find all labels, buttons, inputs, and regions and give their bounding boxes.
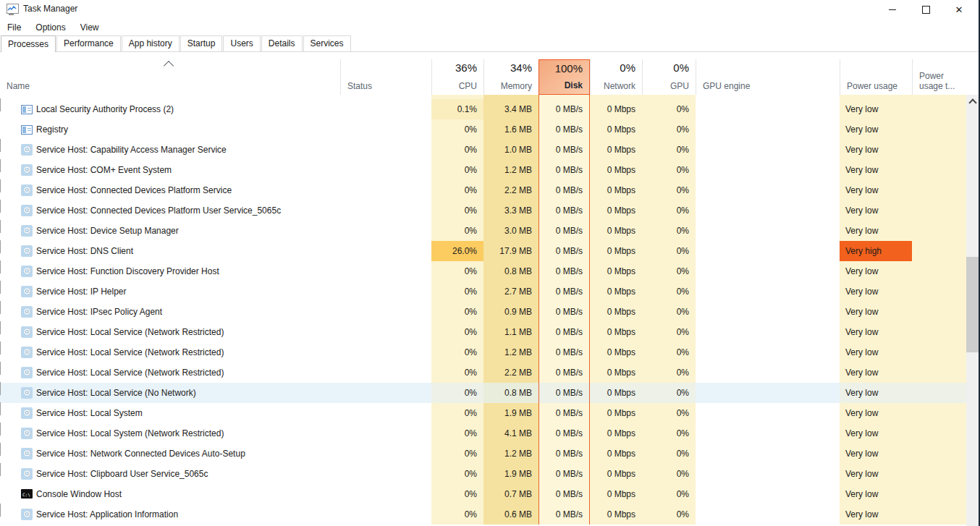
process-row[interactable]: Local Security Authority Process (2) 0.1… [0, 99, 966, 119]
tab-app-history[interactable]: App history [122, 35, 179, 51]
expand-chevron-icon[interactable] [0, 301, 1, 314]
cpu-value: 0% [431, 383, 483, 403]
disk-value: 0 MB/s [538, 200, 590, 221]
gear-icon: ⚙ [21, 144, 33, 156]
column-header-memory[interactable]: 34% Memory [483, 59, 538, 95]
tab-performance[interactable]: Performance [56, 35, 121, 51]
process-row[interactable]: C:\ Console Window Host 0% 0.7 MB 0 MB/s… [0, 484, 966, 504]
expand-chevron-icon[interactable] [0, 504, 1, 517]
minimize-button[interactable] [876, 0, 909, 19]
menu-options[interactable]: Options [28, 21, 72, 34]
process-row[interactable]: ⚙ Service Host: Clipboard User Service_5… [0, 464, 966, 484]
expand-chevron-icon[interactable] [0, 443, 1, 456]
expand-chevron-icon[interactable] [0, 179, 1, 192]
process-row[interactable]: ⚙ Service Host: Connected Devices Platfo… [0, 180, 966, 200]
vertical-scrollbar[interactable] [966, 95, 979, 526]
close-button[interactable]: ✕ [942, 0, 976, 19]
column-header-cpu[interactable]: 36% CPU [431, 59, 483, 95]
column-header-name[interactable]: Name [0, 59, 340, 95]
maximize-button[interactable] [909, 0, 942, 19]
column-header-gpu-engine[interactable]: GPU engine [696, 59, 840, 95]
power-usage-value: Very low [840, 119, 912, 140]
power-usage-trend-value [912, 322, 966, 342]
memory-value: 3.4 MB [483, 99, 538, 119]
expand-chevron-icon[interactable] [0, 321, 1, 334]
column-header-network[interactable]: 0% Network [590, 59, 642, 95]
menu-file[interactable]: File [0, 21, 28, 34]
process-row[interactable]: ⚙ Service Host: Local Service (Network R… [0, 322, 966, 342]
process-row[interactable]: Registry 0% 1.6 MB 0 MB/s 0 Mbps 0% Very… [0, 119, 966, 140]
menu-view[interactable]: View [73, 21, 106, 34]
process-row[interactable]: ⚙ Service Host: Connected Devices Platfo… [0, 200, 966, 221]
column-label: Power usage t... [919, 71, 966, 91]
column-header-status[interactable]: Status [340, 59, 431, 95]
tab-services[interactable]: Services [303, 35, 351, 51]
tab-users[interactable]: Users [223, 35, 260, 51]
disk-value: 0 MB/s [538, 444, 590, 464]
expand-chevron-icon[interactable] [0, 402, 1, 415]
power-usage-trend-value [912, 261, 966, 281]
process-row[interactable]: ⚙ Service Host: Function Discovery Provi… [0, 261, 966, 281]
gpu-value: 0% [642, 423, 696, 444]
power-usage-value: Very low [840, 160, 912, 180]
scrollbar-up-arrow-icon[interactable] [966, 95, 979, 107]
process-row[interactable]: ⚙ Service Host: IPsec Policy Agent 0% 0.… [0, 302, 966, 322]
power-usage-value: Very low [840, 383, 912, 403]
network-value: 0 Mbps [590, 444, 642, 464]
disk-value: 0 MB/s [538, 464, 590, 484]
tab-startup[interactable]: Startup [180, 35, 223, 51]
memory-value: 0.8 MB [483, 261, 538, 281]
expand-chevron-icon[interactable] [0, 240, 1, 253]
tab-processes[interactable]: Processes [1, 35, 56, 52]
column-header-power-usage[interactable]: Power usage [840, 59, 912, 95]
expand-chevron-icon[interactable] [0, 281, 1, 294]
gear-icon: ⚙ [21, 245, 33, 257]
power-usage-value: Very low [840, 322, 912, 342]
expand-chevron-icon[interactable] [0, 463, 1, 476]
power-usage-trend-value [912, 383, 966, 403]
process-row[interactable]: ⚙ Service Host: Local Service (No Networ… [0, 383, 966, 403]
disk-value: 0 MB/s [538, 221, 590, 241]
disk-value: 0 MB/s [538, 160, 590, 180]
expand-chevron-icon[interactable] [0, 423, 1, 436]
expand-chevron-icon[interactable] [0, 362, 1, 375]
memory-value: 3.0 MB [483, 221, 538, 241]
title-bar: Task Manager ✕ [0, 0, 979, 19]
expand-chevron-icon[interactable] [0, 342, 1, 355]
process-row[interactable]: ⚙ Service Host: Local Service (Network R… [0, 362, 966, 383]
column-header-power-usage-trend[interactable]: Power usage t... [912, 59, 966, 95]
process-row[interactable]: ⚙ Service Host: Network Connected Device… [0, 444, 966, 464]
scrollbar-thumb[interactable] [966, 257, 979, 352]
expand-chevron-icon[interactable] [0, 98, 1, 111]
column-header-gpu[interactable]: 0% GPU [642, 59, 696, 95]
process-row[interactable]: ⚙ Service Host: Application Information … [0, 504, 966, 525]
process-row[interactable]: ⚙ Service Host: Device Setup Manager 0% … [0, 221, 966, 241]
disk-value: 0 MB/s [538, 241, 590, 261]
column-header-disk[interactable]: 100% Disk [538, 59, 590, 95]
cpu-value: 0% [431, 281, 483, 302]
power-usage-value: Very low [840, 200, 912, 221]
process-row[interactable]: ⚙ Service Host: Local System (Network Re… [0, 423, 966, 444]
network-value: 0 Mbps [590, 241, 642, 261]
tab-details[interactable]: Details [261, 35, 303, 51]
process-row[interactable]: ⚙ Service Host: IP Helper 0% 2.7 MB 0 MB… [0, 281, 966, 302]
expand-chevron-icon[interactable] [0, 159, 1, 172]
column-label: CPU [459, 81, 477, 91]
gear-icon: ⚙ [21, 306, 33, 318]
expand-chevron-icon[interactable] [0, 260, 1, 273]
memory-value: 1.1 MB [483, 322, 538, 342]
expand-chevron-icon[interactable] [0, 200, 1, 213]
memory-value: 3.3 MB [483, 200, 538, 221]
expand-chevron-icon[interactable] [0, 382, 1, 395]
expand-chevron-icon[interactable] [0, 220, 1, 233]
process-row[interactable]: ⚙ Service Host: DNS Client 26.0% 17.9 MB… [0, 241, 966, 261]
process-row[interactable]: ⚙ Service Host: Local System 0% 1.9 MB 0… [0, 403, 966, 423]
power-usage-trend-value [912, 444, 966, 464]
network-value: 0 Mbps [590, 221, 642, 241]
process-row[interactable]: ⚙ Service Host: Capability Access Manage… [0, 140, 966, 160]
process-name: Service Host: Clipboard User Service_506… [36, 464, 208, 484]
expand-chevron-icon[interactable] [0, 139, 1, 152]
column-label: Disk [565, 80, 583, 90]
process-row[interactable]: ⚙ Service Host: COM+ Event System 0% 1.2… [0, 160, 966, 180]
process-row[interactable]: ⚙ Service Host: Local Service (Network R… [0, 342, 966, 362]
